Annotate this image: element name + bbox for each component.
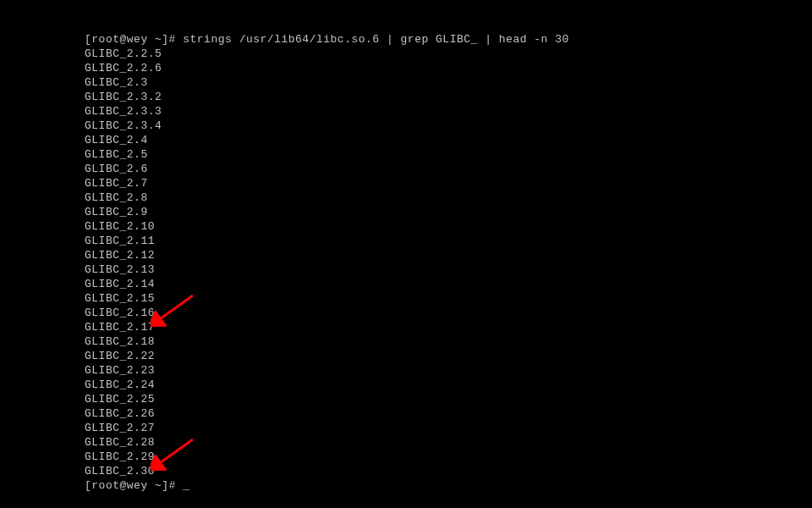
output-line: GLIBC_2.22 (85, 349, 812, 363)
output-line: GLIBC_2.3.3 (85, 104, 812, 119)
cursor: _ (183, 479, 189, 492)
output-line: GLIBC_2.7 (85, 176, 812, 190)
output-line: GLIBC_2.4 (85, 133, 812, 147)
output-line: GLIBC_2.15 (85, 291, 812, 306)
output-line: GLIBC_2.2.5 (85, 47, 812, 61)
output-line: GLIBC_2.28 (85, 435, 812, 450)
output-line: GLIBC_2.8 (85, 190, 812, 205)
output-line: GLIBC_2.11 (85, 234, 812, 248)
prompt-text: [root@wey ~]# (85, 479, 183, 492)
output-line: GLIBC_2.23 (85, 363, 812, 378)
output-line: GLIBC_2.14 (85, 277, 812, 291)
output-line: GLIBC_2.17 (85, 320, 812, 334)
output-line: GLIBC_2.26 (85, 406, 812, 421)
output-line: GLIBC_2.13 (85, 262, 812, 277)
output-line: GLIBC_2.3 (85, 75, 812, 90)
output-line: GLIBC_2.16 (85, 306, 812, 320)
prompt-line: [root@wey ~]# strings /usr/lib64/libc.so… (85, 32, 812, 47)
output-line: GLIBC_2.27 (85, 421, 812, 435)
output-line: GLIBC_2.5 (85, 147, 812, 162)
terminal-output[interactable]: [root@wey ~]# strings /usr/lib64/libc.so… (85, 32, 812, 493)
output-line: GLIBC_2.12 (85, 248, 812, 262)
output-line: GLIBC_2.6 (85, 162, 812, 176)
output-line: GLIBC_2.25 (85, 392, 812, 406)
prompt-line[interactable]: [root@wey ~]# _ (85, 478, 812, 493)
output-line: GLIBC_2.29 (85, 450, 812, 464)
output-line: GLIBC_2.3.4 (85, 119, 812, 133)
output-line: GLIBC_2.9 (85, 205, 812, 219)
output-line: GLIBC_2.2.6 (85, 61, 812, 75)
output-line: GLIBC_2.10 (85, 219, 812, 234)
output-line: GLIBC_2.30 (85, 464, 812, 478)
output-line: GLIBC_2.24 (85, 378, 812, 392)
output-line: GLIBC_2.18 (85, 334, 812, 349)
output-line: GLIBC_2.3.2 (85, 90, 812, 104)
